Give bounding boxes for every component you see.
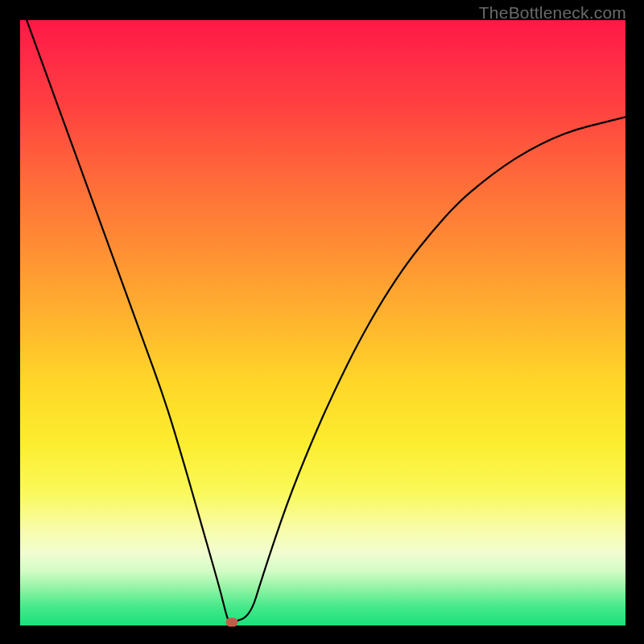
optimal-point-marker xyxy=(226,618,238,627)
plot-area xyxy=(20,20,625,625)
watermark-text: TheBottleneck.com xyxy=(479,3,626,23)
curve-svg xyxy=(20,20,625,625)
bottleneck-curve xyxy=(20,20,625,622)
chart-frame: TheBottleneck.com xyxy=(0,0,644,644)
